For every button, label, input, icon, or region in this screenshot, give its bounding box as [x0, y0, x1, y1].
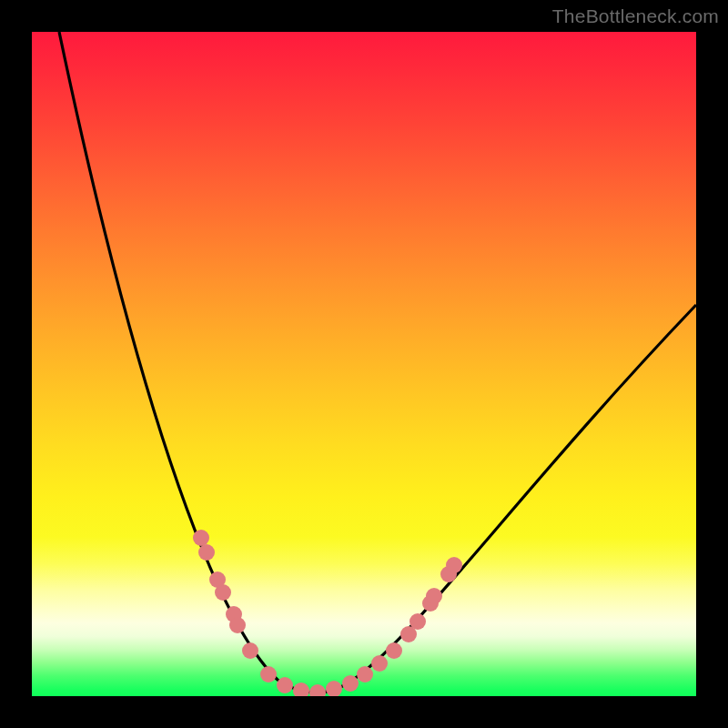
- data-marker: [215, 584, 231, 601]
- data-marker: [309, 684, 326, 696]
- data-marker: [326, 681, 342, 696]
- data-marker: [357, 666, 373, 682]
- data-marker: [410, 613, 426, 630]
- chart-svg: [32, 32, 696, 696]
- data-marker: [198, 544, 215, 561]
- data-marker: [242, 642, 258, 659]
- data-marker: [260, 666, 277, 682]
- data-marker: [277, 677, 293, 693]
- data-marker: [386, 642, 402, 659]
- data-marker: [229, 617, 246, 633]
- data-marker: [193, 530, 209, 546]
- data-marker: [446, 557, 462, 573]
- bottleneck-curve: [59, 32, 696, 693]
- data-marker: [342, 675, 359, 692]
- data-marker: [293, 682, 309, 696]
- plot-area: [32, 32, 696, 696]
- watermark-text: TheBottleneck.com: [552, 5, 719, 27]
- data-marker: [426, 588, 442, 604]
- chart-frame: TheBottleneck.com: [0, 0, 728, 728]
- data-marker: [371, 655, 388, 672]
